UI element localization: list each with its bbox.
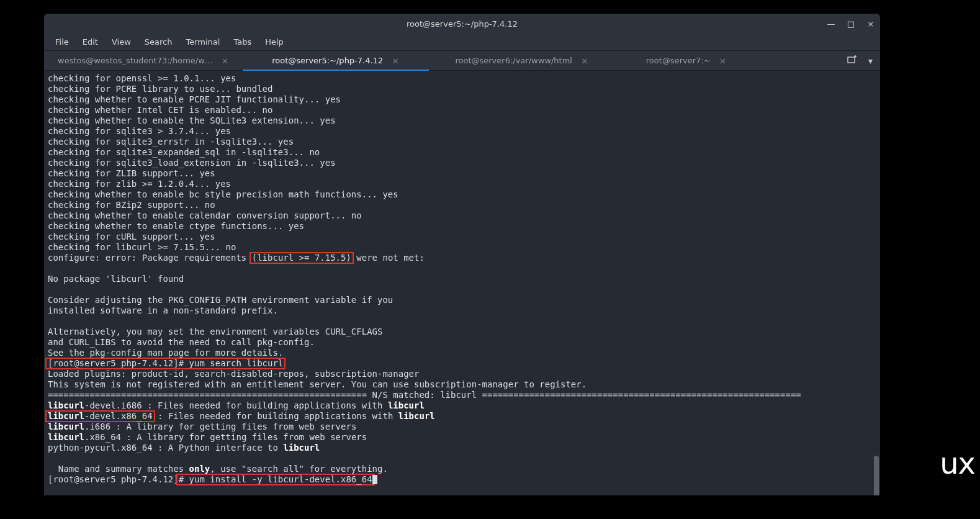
terminal-text: Name and summary matches: [48, 464, 189, 474]
highlight-cmd: # yum install -y libcurl-devel.x86_64: [176, 474, 375, 485]
highlight-pkg: libcurl-devel.x86_64: [45, 410, 155, 422]
tab-label: root@server7:~: [646, 56, 711, 65]
pkg-name: libcurl: [398, 411, 435, 421]
menubar: File Edit View Search Terminal Tabs Help: [44, 34, 880, 51]
menu-terminal[interactable]: Terminal: [179, 35, 226, 49]
tab-label: root@server5:~/php-7.4.12: [272, 56, 383, 65]
terminal-text: .i686 : A library for getting files from…: [84, 422, 356, 431]
desktop-watermark: ux: [940, 446, 975, 481]
tab-westos[interactable]: westos@westos_student73:/home/w… ×: [44, 51, 243, 70]
window-title: root@server5:~/php-7.4.12: [407, 19, 518, 29]
scrollbar[interactable]: [873, 71, 880, 495]
terminal-text: Loaded plugins: product-id, search-disab…: [48, 369, 801, 400]
terminal-text: were not met:: [351, 253, 425, 263]
scroll-thumb[interactable]: [874, 456, 879, 495]
tab-label: westos@westos_student73:/home/w…: [58, 56, 213, 65]
tab-close-icon[interactable]: ×: [392, 56, 399, 66]
terminal-text: No package 'libcurl' found Consider adju…: [48, 274, 393, 358]
terminal-text: , use "search all" for everything.: [210, 464, 388, 474]
chevron-down-icon[interactable]: ▾: [868, 56, 873, 66]
terminal-window: root@server5:~/php-7.4.12 — □ × File Edi…: [44, 14, 880, 495]
tab-close-icon[interactable]: ×: [222, 56, 229, 66]
svg-rect-0: [848, 57, 855, 63]
terminal-text: : Files needed for building applications…: [153, 411, 398, 421]
menu-help[interactable]: Help: [259, 35, 290, 49]
pkg-name: libcurl: [48, 432, 84, 442]
terminal-text: python-pycurl.x86_64 : A Python interfac…: [48, 443, 283, 453]
close-icon[interactable]: ×: [866, 19, 875, 29]
terminal-text: checking for openssl >= 1.0.1... yes che…: [48, 73, 398, 252]
pkg-name: libcurl: [48, 422, 84, 431]
terminal-output[interactable]: checking for openssl >= 1.0.1... yes che…: [44, 71, 880, 495]
tab-server5[interactable]: root@server5:~/php-7.4.12 ×: [243, 51, 429, 70]
menu-tabs[interactable]: Tabs: [227, 35, 258, 49]
tab-close-icon[interactable]: ×: [581, 56, 588, 66]
highlight-cmd: [root@server5 php-7.4.12]# yum search li…: [45, 358, 285, 369]
cursor: [372, 475, 377, 484]
menu-search[interactable]: Search: [138, 35, 179, 49]
new-tab-icon[interactable]: [847, 55, 857, 66]
tab-server7[interactable]: root@server7:~ ×: [615, 51, 758, 70]
terminal-bold: only: [189, 464, 210, 474]
menu-view[interactable]: View: [106, 35, 137, 49]
maximize-icon[interactable]: □: [847, 19, 855, 29]
tab-close-icon[interactable]: ×: [719, 56, 727, 66]
highlight-error: (libcurl >= 7.15.5): [249, 252, 354, 264]
pkg-name: libcurl: [48, 400, 84, 410]
pkg-name: libcurl: [283, 443, 320, 453]
terminal-text: configure: error: Package requirements: [48, 253, 252, 263]
pkg-name: libcurl: [388, 400, 425, 410]
titlebar[interactable]: root@server5:~/php-7.4.12 — □ ×: [44, 14, 880, 34]
terminal-text: .x86_64 : A library for getting files fr…: [84, 432, 367, 442]
menu-edit[interactable]: Edit: [76, 35, 104, 49]
terminal-text: -devel.i686 : Files needed for building …: [84, 400, 388, 410]
terminal-prompt: [root@server5 php-7.4.12]: [48, 474, 179, 484]
tab-label: root@server6:/var/www/html: [455, 56, 572, 65]
minimize-icon[interactable]: —: [827, 19, 835, 29]
tab-server6[interactable]: root@server6:/var/www/html ×: [429, 51, 615, 70]
menu-file[interactable]: File: [49, 35, 75, 49]
tabbar: westos@westos_student73:/home/w… × root@…: [44, 51, 880, 71]
